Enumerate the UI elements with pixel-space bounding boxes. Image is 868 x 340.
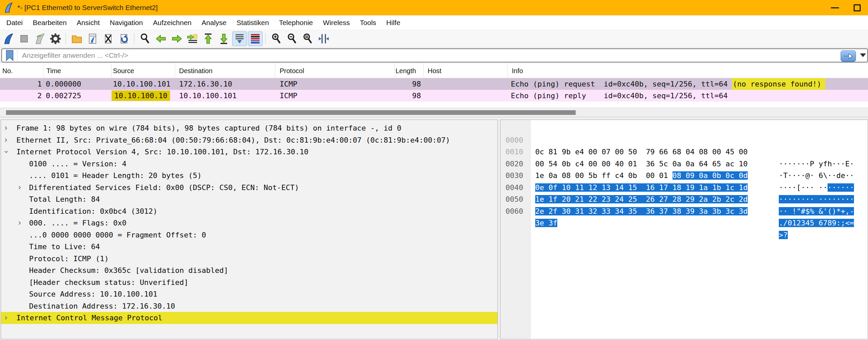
save-file-button[interactable]: 0101 (85, 31, 100, 46)
detail-text: Destination Address: 172.16.30.10 (29, 302, 175, 310)
go-last-packet-button[interactable] (217, 31, 231, 46)
minimize-icon (831, 7, 839, 8)
detail-line-identification[interactable]: Identification: 0x0bc4 (3012) (1, 206, 497, 217)
column-header-length[interactable]: Length (395, 63, 424, 78)
packet-row-1[interactable]: 1 0.000000 10.10.100.101 172.16.30.10 IC… (0, 78, 868, 90)
colorize-button[interactable] (248, 31, 262, 46)
display-filter-input[interactable] (18, 52, 867, 59)
packet-no: 2 (37, 92, 42, 100)
detail-text: .... 0101 = Header Length: 20 bytes (5) (29, 171, 202, 180)
menu-analyse[interactable]: Analyse (196, 16, 231, 30)
ascii-bytes-selected[interactable]: ./012345 6789:;<= (779, 219, 854, 227)
packet-source-highlighted: 10.10.100.10 (112, 91, 170, 101)
resize-columns-button[interactable] (316, 31, 331, 46)
start-capture-button[interactable] (1, 31, 16, 46)
shark-fin-icon (2, 33, 14, 45)
gear-icon (50, 33, 61, 45)
detail-line-ttl[interactable]: Time to Live: 64 (1, 241, 497, 253)
menu-wireless[interactable]: Wireless (318, 16, 355, 30)
hex-row-0000[interactable]: 0000 0c 81 9b e4 00 07 00 50 79 66 68 04… (500, 122, 868, 134)
go-back-button[interactable] (154, 31, 168, 46)
zoom-original-button[interactable] (301, 31, 315, 46)
hex-row-0040[interactable]: 0040 1e 1f 20 21 22 23 24 25 26 27 28 29… (500, 170, 868, 182)
detail-line-header-length[interactable]: .... 0101 = Header Length: 20 bytes (5) (1, 170, 497, 182)
column-header-time[interactable]: Time (43, 63, 112, 78)
expander-icon[interactable] (18, 182, 21, 194)
detail-line-destination-address[interactable]: Destination Address: 172.16.30.10 (1, 300, 497, 312)
go-first-packet-button[interactable] (201, 31, 216, 46)
find-packet-button[interactable] (138, 31, 153, 46)
restart-capture-button[interactable] (32, 31, 47, 46)
ascii-bytes-selected[interactable]: ·· !"#$% &'()*+,- (779, 207, 854, 215)
detail-line-total-length[interactable]: Total Length: 84 (1, 193, 497, 206)
detail-line-version[interactable]: 0100 .... = Version: 4 (1, 158, 497, 170)
maximize-button[interactable] (846, 0, 868, 16)
packet-protocol: ICMP (280, 92, 297, 100)
go-forward-button[interactable] (169, 31, 184, 46)
expander-icon[interactable] (4, 122, 8, 134)
hex-bytes-selected[interactable]: 2e 2f 30 31 32 33 34 35 36 37 38 39 3a 3… (535, 207, 748, 215)
column-header-destination[interactable]: Destination (175, 63, 275, 78)
detail-line-dsf[interactable]: Differentiated Services Field: 0x00 (DSC… (1, 182, 497, 194)
menu-tools[interactable]: Tools (355, 16, 381, 30)
arrow-down-bar-icon (218, 33, 230, 45)
detail-line-ipv4[interactable]: Internet Protocol Version 4, Src: 10.10.… (1, 146, 497, 158)
auto-scroll-button[interactable] (232, 31, 247, 46)
expander-icon[interactable] (4, 134, 8, 146)
hscrollbar-thumb[interactable] (6, 110, 576, 115)
hex-row-0060[interactable]: 0060 3e 3f >? (500, 193, 868, 206)
expander-icon[interactable] (4, 146, 8, 158)
packet-list-hscrollbar[interactable] (0, 107, 868, 117)
menu-ansicht[interactable]: Ansicht (72, 16, 105, 30)
colorize-icon (249, 33, 261, 45)
apply-filter-button[interactable] (841, 51, 856, 62)
go-to-packet-button[interactable] (185, 31, 200, 46)
detail-line-checksum-status[interactable]: [Header checksum status: Unverified] (1, 277, 497, 288)
column-header-protocol[interactable]: Protocol (275, 63, 395, 78)
hex-row-0010[interactable]: 0010 00 54 0b c4 00 00 40 01 36 5c 0a 0a… (500, 134, 868, 146)
close-document-icon (102, 33, 114, 45)
hex-bytes-selected[interactable]: 3e 3f (535, 219, 557, 227)
column-header-no[interactable]: No. (0, 63, 43, 78)
menu-bearbeiten[interactable]: Bearbeiten (28, 16, 72, 30)
ascii-bytes-selected[interactable]: >? (779, 231, 788, 239)
packet-length: 98 (412, 92, 421, 100)
menu-hilfe[interactable]: Hilfe (381, 16, 405, 30)
detail-line-source-address[interactable]: Source Address: 10.10.100.101 (1, 288, 497, 300)
hex-row-0050[interactable]: 0050 2e 2f 30 31 32 33 34 35 36 37 38 39… (500, 182, 868, 194)
menu-aufzeichnen[interactable]: Aufzeichnen (148, 16, 197, 30)
filter-dropdown-caret[interactable] (860, 54, 866, 57)
detail-line-ethernet[interactable]: Ethernet II, Src: Private_66:68:04 (00:5… (1, 134, 497, 146)
zoom-out-button[interactable] (285, 31, 300, 46)
detail-line-frame[interactable]: Frame 1: 98 bytes on wire (784 bits), 98… (1, 122, 497, 134)
filter-bookmark-button[interactable] (2, 49, 18, 62)
detail-line-fragment-offset[interactable]: ...0 0000 0000 0000 = Fragment Offset: 0 (1, 229, 497, 241)
open-file-button[interactable] (69, 31, 84, 46)
column-header-info[interactable]: Info (508, 63, 868, 78)
column-header-host[interactable]: Host (424, 63, 508, 78)
column-header-source[interactable]: Source (112, 63, 175, 78)
menu-navigation[interactable]: Navigation (104, 16, 148, 30)
detail-line-icmp-highlighted[interactable]: Internet Control Message Protocol (1, 312, 497, 324)
capture-options-button[interactable] (48, 31, 63, 46)
restart-fin-icon (34, 33, 46, 45)
pane-splitter[interactable] (0, 117, 868, 120)
detail-line-header-checksum[interactable]: Header Checksum: 0x365c [validation disa… (1, 265, 497, 277)
zoom-in-button[interactable] (269, 31, 284, 46)
expander-icon[interactable] (4, 312, 8, 324)
minimize-button[interactable] (824, 0, 846, 16)
packet-row-2[interactable]: 2 0.002725 10.10.100.10 10.10.100.101 IC… (0, 90, 868, 101)
hex-row-0020[interactable]: 0020 1e 0a 08 00 5b ff c4 0b 00 01 08 09… (500, 146, 868, 158)
stop-square-icon (18, 33, 30, 45)
hex-row-0030[interactable]: 0030 0e 0f 10 11 12 13 14 15 16 17 18 19… (500, 158, 868, 170)
menu-bar: Datei Bearbeiten Ansicht Navigation Aufz… (0, 16, 868, 30)
menu-datei[interactable]: Datei (1, 16, 28, 30)
reload-file-button[interactable] (117, 31, 131, 46)
menu-telephonie[interactable]: Telephonie (274, 16, 318, 30)
detail-line-flags[interactable]: 000. .... = Flags: 0x0 (1, 217, 497, 229)
menu-statistiken[interactable]: Statistiken (231, 16, 274, 30)
stop-capture-button[interactable] (17, 31, 31, 46)
expander-icon[interactable] (18, 217, 21, 229)
detail-line-protocol[interactable]: Protocol: ICMP (1) (1, 253, 497, 265)
close-file-button[interactable] (101, 31, 116, 46)
